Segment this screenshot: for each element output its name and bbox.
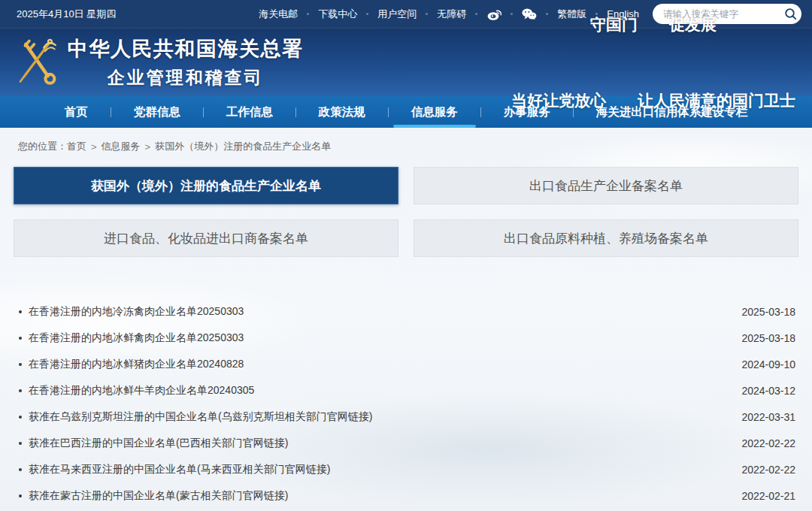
slogan-line-1: 守国门 促发展	[511, 12, 795, 38]
list-item-title[interactable]: 获准在乌兹别克斯坦注册的中国企业名单(乌兹别克斯坦相关部门官网链接)	[29, 410, 729, 424]
site-header: 中华人民共和国海关总署 企业管理和稽查司 守国门 促发展 当好让党放心 让人民满…	[0, 29, 812, 96]
category-tab-2[interactable]: 出口食品生产企业备案名单	[414, 167, 798, 204]
article-list: 在香港注册的内地冷冻禽肉企业名单20250303 2025-03-18 在香港注…	[0, 298, 812, 509]
list-item-8: 获准在蒙古注册的中国企业名单(蒙古相关部门官网链接) 2022-02-21	[0, 482, 812, 509]
category-tab-label: 进口食品、化妆品进出口商备案名单	[104, 231, 308, 246]
list-item-6: 获准在巴西注册的中国企业名单(巴西相关部门官网链接) 2022-02-22	[0, 430, 812, 456]
breadcrumb-link-3[interactable]: 获国外（境外）注册的食品生产企业名单	[155, 140, 331, 153]
bullet-icon	[19, 494, 22, 497]
category-tab-3[interactable]: 进口食品、化妆品进出口商备案名单	[14, 219, 398, 257]
nav-item-label: 海关进出口信用体系建设专栏	[596, 105, 748, 118]
list-item-title[interactable]: 获准在巴西注册的中国企业名单(巴西相关部门官网链接)	[29, 437, 729, 450]
bullet-icon	[19, 416, 22, 419]
list-item-4: 在香港注册的内地冰鲜牛羊肉企业名单20240305 2024-03-12	[0, 377, 812, 404]
topbar-separator-dot	[366, 13, 368, 15]
list-item-title[interactable]: 在香港注册的内地冰鲜禽肉企业名单20250303	[29, 331, 729, 345]
category-tab-label: 出口食品原料种植、养殖场备案名单	[504, 231, 708, 246]
nav-item-label: 信息服务	[411, 105, 458, 118]
list-item-3: 在香港注册的内地冰鲜猪肉企业名单20240828 2024-09-10	[0, 351, 812, 377]
topbar-separator-dot	[426, 13, 428, 15]
category-tab-label: 获国外（境外）注册的食品生产企业名单	[91, 179, 321, 193]
nav-item-7[interactable]: 海关进出口信用体系建设专栏	[574, 96, 771, 128]
breadcrumb-items: 首页>信息服务>获国外（境外）注册的食品生产企业名单	[67, 140, 331, 153]
nav-item-1[interactable]: 首页	[42, 96, 111, 128]
nav-item-label: 工作信息	[226, 105, 273, 118]
site-slogan: 守国门 促发展 当好让党放心 让人民满意的国门卫士	[511, 0, 795, 163]
nav-item-label: 首页	[65, 105, 88, 118]
list-item-date: 2024-03-12	[741, 385, 795, 397]
site-title-block: 中华人民共和国海关总署 企业管理和稽查司	[68, 35, 304, 89]
main-nav: 首页党群信息工作信息政策法规信息服务办事服务海关进出口信用体系建设专栏	[0, 96, 812, 128]
list-item-date: 2022-03-31	[741, 411, 795, 423]
list-item-1: 在香港注册的内地冷冻禽肉企业名单20250303 2025-03-18	[0, 298, 812, 325]
category-tab-4[interactable]: 出口食品原料种植、养殖场备案名单	[414, 219, 798, 257]
bullet-icon	[19, 442, 22, 445]
bullet-icon	[19, 337, 22, 340]
breadcrumb-separator: >	[91, 141, 97, 153]
topbar-link-4[interactable]: 无障碍	[437, 8, 466, 21]
nav-item-label: 办事服务	[504, 105, 550, 118]
current-date: 2025年4月10日 星期四	[17, 8, 116, 21]
topbar-quicklinks: 海关电邮下载中心用户空间无障碍	[259, 8, 477, 21]
list-item-date: 2022-02-22	[741, 437, 795, 449]
list-item-2: 在香港注册的内地冰鲜禽肉企业名单20250303 2025-03-18	[0, 325, 812, 351]
list-item-date: 2024-09-10	[741, 358, 795, 370]
topbar-separator-dot	[307, 13, 309, 15]
page: 2025年4月10日 星期四 海关电邮下载中心用户空间无障碍	[0, 0, 812, 511]
list-item-date: 2025-03-18	[741, 332, 795, 344]
category-tab-1[interactable]: 获国外（境外）注册的食品生产企业名单	[14, 167, 398, 204]
nav-item-3[interactable]: 工作信息	[204, 96, 295, 128]
bullet-icon	[19, 389, 22, 392]
nav-item-label: 政策法规	[319, 105, 365, 118]
breadcrumb-link-2[interactable]: 信息服务	[102, 140, 141, 153]
list-item-date: 2022-02-22	[741, 464, 795, 476]
topbar-link-1[interactable]: 海关电邮	[259, 8, 298, 21]
category-tabs: 获国外（境外）注册的食品生产企业名单出口食品生产企业备案名单进口食品、化妆品进出…	[14, 167, 798, 257]
topbar-separator-dot	[475, 13, 477, 15]
nav-item-6[interactable]: 办事服务	[481, 96, 573, 128]
list-item-title[interactable]: 在香港注册的内地冷冻禽肉企业名单20250303	[29, 305, 729, 319]
nav-item-label: 党群信息	[134, 105, 180, 118]
category-tab-label: 出口食品生产企业备案名单	[529, 179, 683, 193]
list-item-date: 2025-03-18	[741, 306, 795, 318]
nav-item-5[interactable]: 信息服务	[389, 96, 480, 128]
list-item-date: 2022-02-21	[741, 490, 795, 502]
customs-emblem-icon	[15, 36, 59, 89]
bullet-icon	[19, 310, 22, 313]
topbar-link-2[interactable]: 下载中心	[318, 8, 357, 21]
list-item-title[interactable]: 获准在马来西亚注册的中国企业名单(马来西亚相关部门官网链接)	[29, 463, 729, 476]
site-title: 中华人民共和国海关总署	[68, 35, 304, 62]
nav-item-2[interactable]: 党群信息	[111, 96, 203, 128]
list-item-7: 获准在马来西亚注册的中国企业名单(马来西亚相关部门官网链接) 2022-02-2…	[0, 456, 812, 482]
list-item-title[interactable]: 在香港注册的内地冰鲜猪肉企业名单20240828	[29, 358, 729, 371]
topbar-link-3[interactable]: 用户空间	[377, 8, 417, 21]
site-subtitle: 企业管理和稽查司	[68, 66, 304, 89]
bullet-icon	[19, 468, 22, 471]
breadcrumb-link-1[interactable]: 首页	[67, 140, 86, 153]
weibo-icon[interactable]	[486, 7, 501, 22]
nav-item-4[interactable]: 政策法规	[296, 96, 388, 128]
list-item-title[interactable]: 在香港注册的内地冰鲜牛羊肉企业名单20240305	[29, 384, 729, 398]
breadcrumb-prefix: 您的位置：	[18, 140, 67, 153]
bullet-icon	[19, 363, 22, 366]
list-item-5: 获准在乌兹别克斯坦注册的中国企业名单(乌兹别克斯坦相关部门官网链接) 2022-…	[0, 404, 812, 430]
list-item-title[interactable]: 获准在蒙古注册的中国企业名单(蒙古相关部门官网链接)	[29, 489, 729, 503]
breadcrumb-separator: >	[145, 141, 151, 153]
